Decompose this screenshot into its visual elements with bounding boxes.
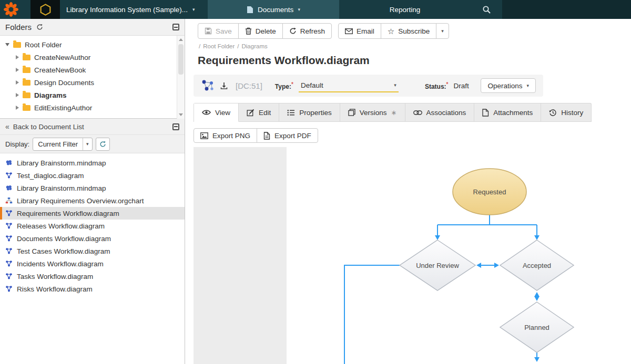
- collapsed-caret-icon[interactable]: [16, 55, 19, 59]
- subscribe-button[interactable]: ☆ Subscribe: [381, 23, 437, 39]
- global-search-button[interactable]: [471, 0, 502, 19]
- collapsed-caret-icon[interactable]: [16, 68, 19, 72]
- caret-down-icon: ▾: [298, 7, 300, 12]
- collapsed-caret-icon[interactable]: [16, 80, 19, 85]
- diagram-icon: [5, 285, 13, 293]
- pdf-file-icon: [263, 132, 270, 140]
- diagram-icon: [5, 260, 13, 267]
- document-toolbar: Save Delete Refresh: [198, 23, 449, 39]
- save-button[interactable]: Save: [198, 23, 239, 39]
- scroll-down-icon[interactable]: [179, 113, 183, 116]
- tab-edit[interactable]: Edit: [239, 103, 279, 122]
- inflectra-logo-icon[interactable]: [4, 2, 18, 17]
- type-value: Default: [301, 81, 323, 89]
- collapse-list-button[interactable]: [172, 123, 179, 130]
- shape-palette-panel[interactable]: [194, 147, 287, 364]
- breadcrumb-separator: /: [199, 43, 200, 49]
- diagram-icon: [5, 273, 13, 280]
- breadcrumb-root-folder[interactable]: Root Folder: [203, 43, 235, 49]
- refresh-label: Refresh: [300, 27, 325, 35]
- refresh-filter-button[interactable]: [96, 138, 110, 151]
- tab-view[interactable]: View: [194, 103, 239, 122]
- product-selector-label: Library Information System (Sample)...: [66, 6, 188, 14]
- download-icon[interactable]: [220, 81, 228, 90]
- tree-item-createnewauthor[interactable]: CreateNewAuthor: [0, 51, 185, 64]
- document-list-item[interactable]: Test_diagloc.diagram: [0, 169, 185, 182]
- scrollbar-thumb[interactable]: [178, 44, 184, 75]
- top-navigation-bar: Library Information System (Sample)... ▾…: [0, 0, 631, 19]
- diagram-icon: [5, 172, 13, 179]
- double-chevron-left-icon: «: [5, 122, 9, 131]
- caret-down-icon: ▾: [526, 83, 529, 88]
- document-list-item[interactable]: Test Cases Workflow.diagram: [0, 245, 185, 257]
- tab-label: Edit: [259, 109, 271, 117]
- collapsed-caret-icon[interactable]: [16, 93, 19, 97]
- nav-tab-documents[interactable]: Documents ▾: [208, 0, 339, 19]
- layers-icon: [348, 109, 355, 116]
- delete-button[interactable]: Delete: [238, 23, 283, 39]
- document-list-item[interactable]: Library Requirements Overview.orgchart: [0, 194, 185, 207]
- document-list-item[interactable]: Documents Workflow.diagram: [0, 232, 185, 245]
- export-pdf-button[interactable]: Export PDF: [257, 128, 318, 143]
- tree-item-root-folder[interactable]: Root Folder: [0, 38, 185, 51]
- type-dropdown[interactable]: Default ▾: [299, 79, 399, 92]
- collapsed-caret-icon[interactable]: [16, 106, 19, 110]
- operations-dropdown-button[interactable]: Operations ▾: [481, 78, 536, 93]
- toolbar-more-dropdown[interactable]: ▾: [436, 23, 449, 39]
- document-name: Requirements Workflow.diagram: [17, 210, 119, 217]
- document-list-item[interactable]: Library Brainstorm.mindmap: [0, 157, 185, 169]
- scroll-up-icon[interactable]: [179, 38, 183, 41]
- display-filter-row: Display: Current Filter ▾: [0, 135, 185, 153]
- tree-item-design-documents[interactable]: Design Documents: [0, 76, 185, 89]
- breadcrumb-separator: /: [237, 43, 239, 49]
- document-list-item[interactable]: Tasks Workflow.diagram: [0, 270, 185, 283]
- folder-icon: [23, 105, 30, 111]
- document-list-item[interactable]: Releases Workflow.diagram: [0, 220, 185, 232]
- eye-icon: [202, 109, 211, 116]
- nav-tab-reporting[interactable]: Reporting: [339, 0, 471, 19]
- tab-properties[interactable]: Properties: [279, 103, 340, 122]
- topbar-right-spacer: [502, 0, 631, 19]
- refresh-folders-icon[interactable]: [36, 24, 43, 30]
- document-name: Library Brainstorm.mindmap: [17, 184, 106, 192]
- type-label: Type:*: [275, 81, 293, 90]
- search-icon: [482, 5, 491, 14]
- image-icon: [200, 132, 208, 139]
- email-button[interactable]: Email: [338, 23, 381, 39]
- nav-reporting-label: Reporting: [390, 6, 421, 14]
- tree-item-label: EditExistingAuthor: [34, 104, 92, 112]
- tab-versions[interactable]: Versions ∗: [340, 103, 405, 122]
- tree-item-createnewbook[interactable]: CreateNewBook: [0, 64, 185, 76]
- breadcrumb-diagrams[interactable]: Diagrams: [242, 43, 268, 49]
- product-hexagon-logo[interactable]: [30, 0, 60, 19]
- export-pdf-label: Export PDF: [274, 132, 311, 140]
- refresh-icon: [289, 27, 297, 35]
- tab-label: History: [561, 109, 583, 117]
- tab-history[interactable]: History: [541, 103, 591, 122]
- folder-icon: [23, 55, 30, 60]
- diagram-canvas[interactable]: Requested Under Review Accepted Planned: [287, 147, 631, 364]
- document-list-item[interactable]: Risks Workflow.diagram: [0, 283, 185, 295]
- back-to-document-list[interactable]: « Back to Document List: [0, 119, 185, 135]
- refresh-button[interactable]: Refresh: [282, 23, 332, 39]
- tab-attachments[interactable]: Attachments: [474, 103, 541, 122]
- document-list-item[interactable]: Library Brainstorm.mindmap: [0, 182, 185, 194]
- collapse-folders-button[interactable]: [172, 24, 179, 30]
- filter-dropdown[interactable]: Current Filter ▾: [33, 138, 92, 151]
- document-list-item-selected[interactable]: Requirements Workflow.diagram: [0, 207, 185, 220]
- product-selector[interactable]: Library Information System (Sample)... ▾: [66, 0, 195, 19]
- tree-item-editexistingauthor[interactable]: EditExistingAuthor: [0, 101, 185, 114]
- tab-label: Attachments: [493, 109, 533, 117]
- document-list-item[interactable]: Incidents Workflow.diagram: [0, 257, 185, 270]
- export-png-button[interactable]: Export PNG: [194, 128, 257, 143]
- tree-item-label: Design Documents: [34, 79, 94, 87]
- tree-scrollbar[interactable]: [177, 36, 185, 119]
- envelope-icon: [345, 28, 353, 34]
- tab-associations[interactable]: Associations: [405, 103, 475, 122]
- mindmap-icon: [5, 184, 13, 192]
- tree-item-diagrams[interactable]: Diagrams: [0, 89, 185, 101]
- toolbar-group-secondary: Email ☆ Subscribe ▾: [338, 23, 449, 39]
- tab-label: Versions: [360, 109, 387, 117]
- expanded-caret-icon[interactable]: [5, 43, 9, 46]
- required-marker: *: [446, 81, 449, 87]
